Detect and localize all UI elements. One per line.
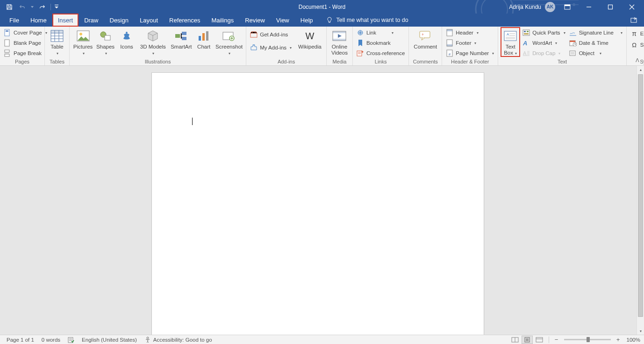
status-words[interactable]: 0 words [38,337,64,343]
cover-page-button[interactable]: Cover Page▾ [3,28,48,37]
close-icon[interactable] [623,0,641,14]
share-icon[interactable] [629,15,639,25]
redo-icon[interactable] [36,1,48,13]
tab-draw[interactable]: Draw [79,14,104,27]
scroll-thumb[interactable] [638,74,643,317]
tab-help[interactable]: Help [295,14,319,27]
addins-icon [250,44,258,51]
save-icon[interactable] [4,1,15,13]
page-break-button[interactable]: Page Break [3,49,48,57]
quick-parts-button[interactable]: Quick Parts▾ [522,28,566,37]
svg-rect-23 [202,33,205,41]
maximize-icon[interactable] [601,0,620,14]
icons-button[interactable]: Icons [117,28,136,50]
3d-models-button[interactable]: 3D Models ▾ [138,28,168,56]
comment-button[interactable]: +Comment [412,28,439,50]
date-time-icon [569,39,577,47]
wikipedia-button[interactable]: WWikipedia [296,28,323,50]
scroll-down-icon[interactable]: ▾ [637,327,644,335]
svg-rect-9 [5,40,9,46]
tab-home[interactable]: Home [25,14,52,27]
tab-design[interactable]: Design [104,14,134,27]
screenshot-button[interactable]: Screenshot▾ [215,28,243,56]
group-links: Links [356,58,406,65]
group-text: Text [501,58,623,65]
svg-text:π: π [632,30,637,37]
svg-rect-39 [447,44,452,46]
group-header-footer: Header & Footer [445,58,495,65]
object-button[interactable]: Object▾ [568,49,623,57]
table-icon [50,28,64,43]
minimize-icon[interactable] [580,0,598,14]
tab-insert[interactable]: Insert [52,14,79,27]
tab-review[interactable]: Review [239,14,271,27]
text-box-button[interactable]: A Text Box ▾ [501,28,520,56]
link-button[interactable]: Link▾ [356,28,406,37]
shapes-button[interactable]: Shapes▾ [95,28,115,56]
svg-rect-19 [175,34,180,38]
status-page[interactable]: Page 1 of 1 [3,337,38,343]
document-area[interactable]: ▴ ▾ [0,66,644,335]
view-print-layout[interactable] [522,336,533,344]
undo-icon[interactable] [17,1,28,13]
collapse-ribbon-icon[interactable]: ᐱ [636,57,639,63]
svg-rect-30 [333,31,346,33]
avatar[interactable]: AK [545,2,555,12]
table-button[interactable]: Table▾ [48,28,66,56]
svg-rect-51 [570,41,575,42]
scroll-up-icon[interactable]: ▴ [637,66,644,73]
tell-me-label: Tell me what you want to do [336,17,408,23]
my-addins-button[interactable]: My Add-ins ▾ [249,43,293,52]
tab-layout[interactable]: Layout [134,14,164,27]
status-spellcheck[interactable] [64,337,78,343]
page-number-button[interactable]: #Page Number▾ [445,49,495,57]
comment-icon: + [418,28,433,43]
equation-button[interactable]: πEquation▾ [630,29,644,38]
group-addins: Add-ins [249,58,323,65]
footer-button[interactable]: Footer▾ [445,39,495,47]
bookmark-icon [357,39,364,47]
zoom-slider[interactable] [564,339,611,340]
zoom-out-button[interactable]: − [553,336,560,343]
tab-references[interactable]: References [164,14,206,27]
tell-me-search[interactable]: Tell me what you want to do [326,14,408,27]
bookmark-button[interactable]: Bookmark [356,39,406,47]
status-language[interactable]: English (United States) [78,337,141,343]
svg-rect-37 [447,29,452,31]
ribbon-display-options-icon[interactable] [558,0,577,14]
link-icon [357,29,364,36]
svg-text:W: W [306,31,315,41]
view-read-mode[interactable] [509,336,521,344]
smartart-button[interactable]: SmartArt [170,28,193,50]
vertical-scrollbar[interactable]: ▴ ▾ [637,66,644,335]
signature-line-button[interactable]: Signature Line▾ [568,28,623,37]
footer-icon [446,39,453,47]
group-pages: Pages [3,58,42,65]
svg-rect-13 [51,30,63,33]
accessibility-icon [144,337,151,343]
chart-button[interactable]: Chart [194,28,213,50]
date-time-button[interactable]: Date & Time [568,39,623,47]
tab-mailings[interactable]: Mailings [206,14,240,27]
tab-file[interactable]: File [4,14,25,27]
wordart-button[interactable]: AWordArt▾ [522,39,566,47]
header-button[interactable]: Header▾ [445,28,495,37]
status-accessibility[interactable]: Accessibility: Good to go [141,337,216,343]
qat-customize-icon[interactable] [54,1,59,13]
get-addins-button[interactable]: Get Add-ins [249,30,293,39]
svg-rect-21 [182,37,186,40]
svg-rect-42 [504,31,516,41]
undo-dropdown-icon[interactable] [30,1,35,13]
pictures-button[interactable]: Pictures▾ [72,28,93,56]
quick-parts-icon [522,29,530,36]
cross-reference-button[interactable]: Cross-reference [356,49,406,57]
tab-view[interactable]: View [271,14,295,27]
view-web-layout[interactable] [534,336,545,344]
online-videos-button[interactable]: Online Videos [329,28,350,56]
zoom-level[interactable]: 100% [623,337,641,343]
svg-text:#: # [449,52,451,56]
zoom-in-button[interactable]: + [615,336,622,343]
document-page[interactable] [151,72,484,335]
symbol-button[interactable]: ΩSymbol▾ [630,41,644,49]
blank-page-button[interactable]: Blank Page [3,39,48,47]
